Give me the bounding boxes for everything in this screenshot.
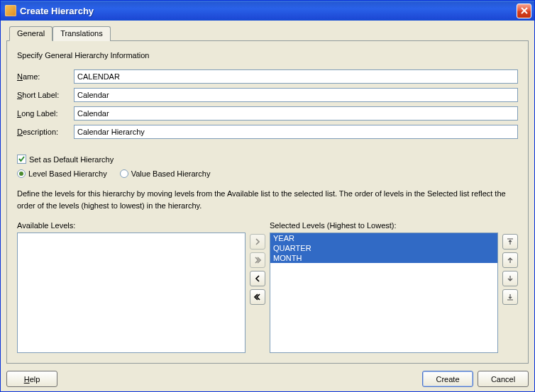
- radio-level-based-circle: [17, 169, 26, 178]
- available-label: Available Levels:: [17, 221, 246, 230]
- default-hierarchy-checkbox[interactable]: [17, 155, 26, 164]
- move-bottom-icon: [506, 293, 514, 301]
- move-bottom-button[interactable]: [502, 289, 518, 305]
- section-title: Specify General Hierarchy Information: [17, 51, 518, 60]
- available-column: Available Levels:: [17, 221, 246, 353]
- chevron-left-icon: [253, 274, 262, 283]
- bottom-bar: Help Create Cancel: [6, 364, 529, 387]
- list-item[interactable]: QUARTER: [270, 243, 497, 253]
- cancel-button[interactable]: Cancel: [478, 371, 529, 387]
- reorder-buttons: [502, 221, 518, 353]
- description-field[interactable]: [74, 125, 518, 139]
- move-all-right-button[interactable]: [250, 252, 265, 268]
- tab-translations[interactable]: Translations: [53, 26, 111, 41]
- radio-level-based-label: Level Based Hierarchy: [28, 169, 107, 178]
- double-chevron-left-icon: [253, 293, 262, 301]
- radio-value-based-label: Value Based Hierarchy: [131, 169, 211, 178]
- content-area: General Translations Specify General Hie…: [1, 21, 534, 391]
- selected-listbox[interactable]: YEAR QUARTER MONTH: [270, 233, 498, 353]
- close-icon: [521, 7, 528, 14]
- list-item[interactable]: MONTH: [270, 253, 497, 263]
- label-short: Short Label:: [17, 91, 74, 99]
- move-right-button[interactable]: [250, 234, 265, 250]
- check-icon: [18, 155, 26, 163]
- row-long-label: Long Label:: [17, 106, 518, 121]
- label-long: Long Label:: [17, 109, 74, 118]
- row-description: Description:: [17, 125, 518, 139]
- short-label-field[interactable]: [74, 88, 518, 102]
- default-hierarchy-label: Set as Default Hierarchy: [29, 155, 114, 164]
- app-icon: [5, 5, 16, 16]
- tab-strip: General Translations: [6, 26, 529, 41]
- chevron-right-icon: [253, 237, 262, 246]
- list-item[interactable]: YEAR: [270, 233, 497, 243]
- shuttle-buttons: [250, 221, 265, 353]
- row-short-label: Short Label:: [17, 88, 518, 102]
- label-name: Name:: [17, 72, 74, 81]
- move-all-left-button[interactable]: [250, 289, 265, 305]
- instruction-text: Define the levels for this hierarchy by …: [17, 188, 518, 211]
- panel-general: Specify General Hierarchy Information Na…: [6, 40, 529, 364]
- move-up-icon: [506, 256, 514, 264]
- close-button[interactable]: [517, 4, 531, 18]
- lists-area: Available Levels:: [17, 221, 518, 353]
- titlebar: Create Hierarchy: [1, 1, 534, 21]
- radio-value-based[interactable]: Value Based Hierarchy: [120, 169, 211, 178]
- move-top-icon: [506, 237, 514, 246]
- hierarchy-type-row: Level Based Hierarchy Value Based Hierar…: [17, 169, 518, 178]
- move-left-button[interactable]: [250, 271, 265, 286]
- move-top-button[interactable]: [502, 234, 518, 250]
- label-description: Description:: [17, 128, 74, 136]
- double-chevron-right-icon: [253, 256, 262, 264]
- default-hierarchy-row[interactable]: Set as Default Hierarchy: [17, 155, 518, 164]
- create-button[interactable]: Create: [422, 371, 473, 387]
- available-listbox[interactable]: [17, 233, 246, 353]
- radio-value-based-circle: [120, 169, 128, 178]
- tab-general[interactable]: General: [9, 26, 53, 41]
- right-buttons: Create Cancel: [422, 371, 529, 387]
- long-label-field[interactable]: [74, 106, 518, 121]
- help-button[interactable]: Help: [6, 371, 57, 387]
- name-field[interactable]: [74, 69, 518, 84]
- move-down-icon: [506, 274, 514, 283]
- move-down-button[interactable]: [502, 271, 518, 286]
- row-name: Name:: [17, 69, 518, 84]
- radio-level-based[interactable]: Level Based Hierarchy: [17, 169, 107, 178]
- move-up-button[interactable]: [502, 252, 518, 268]
- window-title: Create Hierarchy: [20, 6, 517, 16]
- dialog-window: Create Hierarchy General Translations Sp…: [0, 0, 535, 392]
- selected-label: Selected Levels (Highest to Lowest):: [270, 221, 498, 230]
- selected-column: Selected Levels (Highest to Lowest): YEA…: [270, 221, 498, 353]
